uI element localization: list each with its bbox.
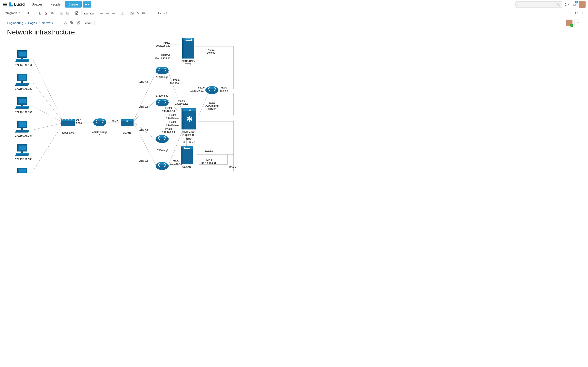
hierarchy-icon[interactable] (63, 21, 68, 25)
nav-people[interactable]: People (47, 1, 64, 8)
svg-line-59 (133, 100, 156, 122)
undo-button[interactable] (156, 10, 162, 16)
workstation-3: 172.19.176.133 (15, 97, 32, 114)
notifications-button[interactable]: 4 (571, 1, 578, 8)
outdent-button[interactable] (83, 10, 89, 16)
svg-rect-16 (75, 12, 78, 15)
hme1b-label: HME 1 172.10.176.91 (200, 159, 216, 165)
crumb-sep: / (25, 21, 26, 25)
svg-line-54 (33, 123, 64, 153)
notif-badge: 4 (575, 1, 578, 3)
svg-point-6 (60, 13, 61, 13)
router-aaa: c7200 AAA/billing server (205, 86, 219, 110)
svg-rect-49 (77, 23, 79, 24)
brand[interactable]: Lucid (9, 2, 25, 7)
ls-label: LS1010 (123, 132, 131, 134)
svg-text:?: ? (566, 3, 567, 6)
crumb-engineering[interactable]: Engineering (7, 21, 23, 25)
atm3-label: ATM 1/0 (139, 129, 148, 132)
nav-spaces[interactable]: Spaces (28, 1, 46, 8)
bold-button[interactable]: B (25, 10, 31, 16)
fe33-label: FE3/3 192.168.3.2 (166, 120, 179, 127)
svg-rect-47 (66, 24, 67, 24)
lock-open-icon[interactable] (76, 21, 81, 25)
fe00-1-label: FE0/0 192.168.1.1 (170, 79, 183, 85)
lucid-logo-icon (9, 2, 13, 7)
svg-line-53 (33, 123, 64, 130)
create-button[interactable]: Create (65, 1, 82, 8)
layout-button[interactable] (120, 10, 126, 16)
redo-button[interactable] (163, 10, 168, 16)
page-title: Network infrastructure (0, 27, 588, 38)
svg-line-51 (33, 83, 64, 123)
add-button[interactable]: + (575, 20, 581, 26)
svg-point-4 (60, 12, 61, 12)
search-icon (557, 3, 560, 6)
italic-button[interactable]: I (31, 10, 37, 16)
fe34-label: FE3/4 192.168.4.2 (182, 138, 195, 144)
task-list-button[interactable] (74, 10, 80, 16)
svg-point-43 (575, 12, 577, 14)
indent-button[interactable] (89, 10, 95, 16)
sesm-label: SE SM1 (182, 165, 191, 168)
contributor-avatar[interactable] (566, 20, 572, 26)
bullet-list-button[interactable] (59, 10, 64, 16)
table-button[interactable]: ▾ (141, 10, 147, 16)
align-right-button[interactable] (111, 10, 116, 16)
underline-button[interactable]: U (37, 10, 43, 16)
svg-rect-45 (65, 21, 66, 22)
ws3-label: 172.19.176.133 (15, 111, 32, 114)
bridge-label: c7200-bridge 1 (92, 131, 107, 137)
switch-core: c6500-core1 10.20.20.101 (182, 108, 196, 137)
isg3-label: c7200-isg3 (156, 149, 168, 152)
svg-line-44 (577, 14, 578, 15)
svg-line-58 (133, 72, 156, 122)
svg-rect-46 (64, 24, 65, 24)
image-button[interactable] (129, 10, 135, 16)
ws1-label: 172.19.176.131 (15, 64, 32, 67)
isg2-label: c7200-isg2 (156, 94, 168, 98)
hme2-label: HME2 10.0.02 (207, 48, 215, 54)
number-list-button[interactable]: 123 (65, 10, 70, 16)
help-toolbar-button[interactable]: ? (580, 10, 586, 16)
network-diagram: 172.19.176.131 172.19.176.132 172.19.176… (7, 38, 289, 173)
svg-point-37 (131, 12, 132, 13)
workstation-2: 172.19.176.132 (15, 74, 32, 91)
switch-c2900: c2900-sw1 (61, 119, 75, 134)
workstation-6 (15, 167, 29, 173)
fe00-2-label: FE0/0 192.168.2.1 (162, 107, 175, 113)
chevron-down-icon: ▼ (18, 12, 20, 14)
ip1-label: 10.0.0.1 (205, 150, 213, 152)
find-button[interactable] (574, 10, 579, 16)
paragraph-select[interactable]: Paragraph ▼ (2, 11, 21, 15)
crumb-pages[interactable]: Pages (28, 21, 37, 25)
align-left-button[interactable] (98, 10, 104, 16)
insert-button[interactable]: + ▾ (147, 10, 153, 16)
dhcp-label: DHCP/DNS/ TFTP (182, 60, 195, 66)
atm4-label: ATM 1/0 (139, 159, 148, 162)
align-center-button[interactable] (104, 10, 110, 16)
workstation-5: 172.19.176.135 (15, 144, 32, 161)
core-label: c6500-core1 10.20.20.101 (182, 131, 196, 137)
server-dhcp: DHCP/DNS/ TFTP (182, 38, 195, 66)
clear-format-button[interactable]: aA↯ (49, 10, 55, 16)
svg-rect-36 (130, 12, 134, 15)
tag-icon[interactable] (70, 21, 74, 25)
more-button[interactable]: ••• (83, 1, 91, 8)
ws5-label: 172.19.176.135 (15, 158, 32, 161)
atm-bridge-label: ATM 1/0 (109, 119, 118, 122)
router-isg3-b (156, 162, 169, 170)
link-button[interactable] (135, 10, 141, 16)
svg-point-0 (558, 3, 559, 5)
text-color-button[interactable]: A ▾ (43, 10, 49, 16)
user-avatar[interactable] (579, 1, 586, 8)
menu-button[interactable] (2, 2, 7, 7)
fe10-label: FE1/0 10.20.20.103 (189, 86, 205, 92)
svg-text:3: 3 (66, 14, 67, 15)
search-input[interactable] (515, 1, 562, 8)
svg-line-1 (559, 5, 560, 6)
switch-ls1010: LS1010 (121, 119, 134, 134)
help-button[interactable]: ? (563, 1, 570, 8)
crumb-network[interactable]: Network (42, 21, 53, 25)
router-bridge: c7200-bridge 1 (92, 118, 107, 137)
